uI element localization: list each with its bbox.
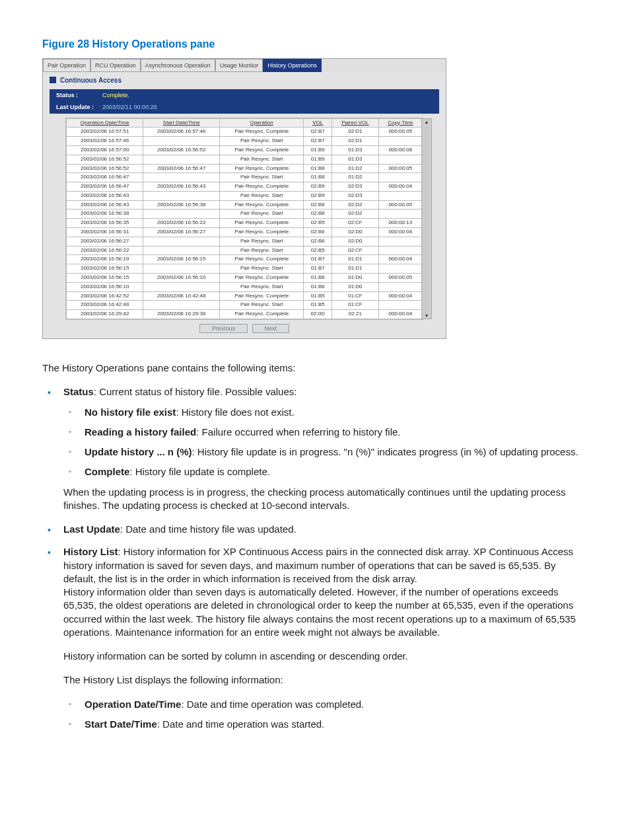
table-cell: 2003/02/06 16:42:48 xyxy=(67,301,143,310)
table-row[interactable]: 2003/02/06 16:57:512003/02/06 16:57:46Pa… xyxy=(67,128,423,137)
desc: : Date and time history file was updated… xyxy=(120,523,297,535)
table-row[interactable]: 2003/02/06 16:56:10Pair Resync. Start01:… xyxy=(67,282,423,291)
nav-buttons: Previous Next xyxy=(43,320,446,333)
tab-usage-monitor[interactable]: Usage Monitor xyxy=(215,59,263,72)
status-sublist: No history file exist: History file does… xyxy=(63,406,588,479)
table-row[interactable]: 2003/02/06 16:56:522003/02/06 16:56:47Pa… xyxy=(67,164,423,173)
tab-asynchronous-operation[interactable]: Asynchronous Operation xyxy=(141,59,215,72)
table-cell: 2003/02/06 16:56:27 xyxy=(67,237,143,246)
table-cell: 000:00:04 xyxy=(378,255,422,264)
table-cell: 02:D3 xyxy=(332,182,379,192)
table-row[interactable]: 2003/02/06 16:56:152003/02/06 16:56:10Pa… xyxy=(67,274,423,283)
table-cell: Pair Resync. Start xyxy=(220,264,304,274)
table-cell xyxy=(143,155,220,164)
table-row[interactable]: 2003/02/06 16:56:38Pair Resync. Start02:… xyxy=(67,210,423,219)
table-cell: 2003/02/06 16:56:19 xyxy=(67,255,143,264)
status-value: Complete. xyxy=(102,91,129,99)
table-cell: 000:00:04 xyxy=(378,291,422,301)
table-row[interactable]: 2003/02/06 16:57:002003/02/06 16:56:52Pa… xyxy=(67,145,423,155)
table-cell: 2003/02/06 16:56:27 xyxy=(143,228,220,237)
table-cell: 02:D3 xyxy=(332,191,379,200)
table-cell: 2003/02/06 16:56:22 xyxy=(143,219,220,228)
table-cell: 000:00:05 xyxy=(378,128,422,137)
table-cell: 2003/02/06 16:56:38 xyxy=(67,210,143,219)
table-row[interactable]: 2003/02/06 16:56:192003/02/06 16:56:15Pa… xyxy=(67,255,423,264)
table-cell xyxy=(143,301,220,310)
list-item: Start Date/Time: Date and time operation… xyxy=(63,718,588,731)
desc: : History file update is complete. xyxy=(129,466,270,477)
table-cell xyxy=(378,137,422,146)
table-row[interactable]: 2003/02/06 16:56:22Pair Resync. Start02:… xyxy=(67,246,423,255)
table-row[interactable]: 2003/02/06 16:56:47Pair Resync. Start01:… xyxy=(67,173,423,182)
main-list: Status: Current status of history file. … xyxy=(42,385,588,731)
table-cell: 01:B8 xyxy=(304,173,332,182)
desc: : History file does not exist. xyxy=(176,406,294,418)
list-item: Update history ... n (%): History file u… xyxy=(63,445,588,459)
table-row[interactable]: 2003/02/06 16:56:472003/02/06 16:56:43Pa… xyxy=(67,182,423,192)
table-row[interactable]: 2003/02/06 16:56:432003/02/06 16:56:38Pa… xyxy=(67,200,423,210)
table-cell: 2003/02/06 16:42:48 xyxy=(143,291,220,301)
table-cell: 2003/02/06 16:56:43 xyxy=(67,200,143,210)
table-cell: 2003/02/06 16:56:15 xyxy=(67,274,143,283)
table-row[interactable]: 2003/02/06 16:56:312003/02/06 16:56:27Pa… xyxy=(67,228,423,237)
table-cell xyxy=(143,210,220,219)
column-header[interactable]: Operation xyxy=(220,118,304,128)
table-row[interactable]: 2003/02/06 16:56:352003/02/06 16:56:22Pa… xyxy=(67,219,423,228)
list-item-status: Status: Current status of history file. … xyxy=(42,385,588,512)
table-cell: 2003/02/06 16:56:10 xyxy=(67,282,143,291)
scroll-up-icon[interactable]: ▲ xyxy=(425,119,429,125)
table-row[interactable]: 2003/02/06 16:56:43Pair Resync. Start02:… xyxy=(67,191,423,200)
table-cell: 2003/02/06 16:57:46 xyxy=(143,128,220,137)
table-cell xyxy=(143,246,220,255)
table-cell: 2003/02/06 16:56:43 xyxy=(143,182,220,192)
histlist-p2: History information older than seven day… xyxy=(63,586,588,639)
tab-history-operations[interactable]: History Operations xyxy=(263,59,322,72)
list-item: Complete: History file update is complet… xyxy=(63,465,588,478)
table-cell: 02:CF xyxy=(332,219,379,228)
table-cell: 2003/02/06 16:56:22 xyxy=(67,246,143,255)
table-cell: 2003/02/06 16:56:52 xyxy=(67,155,143,164)
column-header[interactable]: Paired VOL xyxy=(332,118,379,128)
table-cell: Pair Resync. Complete xyxy=(220,182,304,192)
table-cell: Pair Resync. Complete xyxy=(220,145,304,155)
column-header[interactable]: Operation Date/Time xyxy=(67,118,143,128)
table-row[interactable]: 2003/02/06 16:42:48Pair Resync. Start01:… xyxy=(67,301,423,310)
table-cell: Pair Resync. Start xyxy=(220,173,304,182)
previous-button[interactable]: Previous xyxy=(199,324,248,333)
table-cell: 2003/02/06 16:56:38 xyxy=(143,200,220,210)
table-row[interactable]: 2003/02/06 16:29:422003/02/06 16:29:38Pa… xyxy=(67,310,423,319)
column-header[interactable]: VOL xyxy=(304,118,332,128)
history-table[interactable]: Operation Date/TimeStart Date/TimeOperat… xyxy=(66,118,423,320)
table-row[interactable]: 2003/02/06 16:56:15Pair Resync. Start01:… xyxy=(67,264,423,274)
table-cell xyxy=(378,246,422,255)
table-cell: Pair Resync. Complete xyxy=(220,128,304,137)
tab-rcu-operation[interactable]: RCU Operation xyxy=(90,59,141,72)
table-row[interactable]: 2003/02/06 16:42:522003/02/06 16:42:48Pa… xyxy=(67,291,423,301)
table-cell: Pair Resync. Start xyxy=(220,137,304,146)
tab-pair-operation[interactable]: Pair Operation xyxy=(43,59,90,72)
table-cell: 02:0D xyxy=(304,310,332,319)
table-cell: Pair Resync. Start xyxy=(220,237,304,246)
scroll-down-icon[interactable]: ▼ xyxy=(425,313,429,319)
table-cell: 01:D3 xyxy=(332,145,379,155)
table-cell: 000:00:05 xyxy=(378,200,422,210)
list-item-last-update: Last Update: Date and time history file … xyxy=(42,523,588,536)
section-marker xyxy=(50,77,56,83)
table-cell: 2003/02/06 16:56:47 xyxy=(67,173,143,182)
table-cell: 02:B5 xyxy=(304,219,332,228)
histlist-p4: The History List displays the following … xyxy=(63,673,588,687)
table-cell: 02:B9 xyxy=(304,182,332,192)
table-cell xyxy=(378,191,422,200)
column-header[interactable]: Start Date/Time xyxy=(143,118,220,128)
table-row[interactable]: 2003/02/06 16:56:27Pair Resync. Start02:… xyxy=(67,237,423,246)
scrollbar[interactable]: ▲ ▼ xyxy=(421,118,432,320)
table-cell: 01:B8 xyxy=(304,164,332,173)
table-cell: 02:B7 xyxy=(304,137,332,146)
column-header[interactable]: Copy Time xyxy=(378,118,422,128)
next-button[interactable]: Next xyxy=(252,324,290,333)
table-cell: Pair Resync. Start xyxy=(220,210,304,219)
table-row[interactable]: 2003/02/06 16:56:52Pair Resync. Start01:… xyxy=(67,155,423,164)
table-cell: 01:B9 xyxy=(304,145,332,155)
table-row[interactable]: 2003/02/06 16:57:46Pair Resync. Start02:… xyxy=(67,137,423,146)
table-cell: 000:00:04 xyxy=(378,182,422,192)
